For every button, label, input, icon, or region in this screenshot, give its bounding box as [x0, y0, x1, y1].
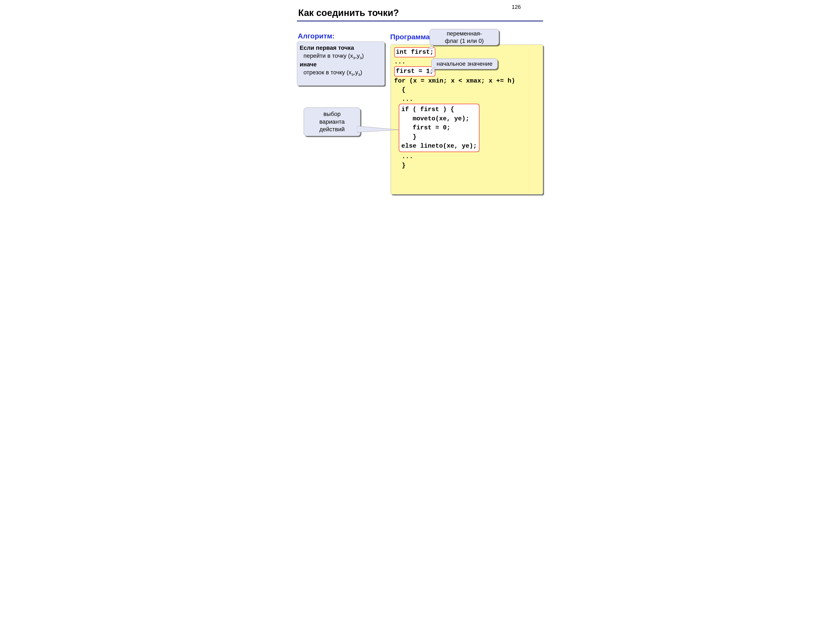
slide: 126 Как соединить точки? Алгоритм: Прогр… — [286, 0, 554, 202]
code-block-l5: else lineto(xe, ye); — [401, 142, 477, 151]
heading-algorithm: Алгоритм: — [298, 32, 335, 40]
code-block-l4: } — [401, 133, 477, 142]
code-line-5: { — [394, 85, 540, 95]
code-block-l1: if ( first ) { — [401, 105, 477, 114]
callout-action-choice: выбор варианта действий — [304, 107, 360, 136]
code-block-l3: first = 0; — [401, 123, 477, 133]
callout-choice-l2: варианта — [319, 118, 344, 126]
code-line-4: for (x = xmin; x < xmax; x += h) — [394, 76, 540, 86]
algo-line-1: Если первая точка — [300, 44, 382, 52]
code-block-l2: moveto(xe, ye); — [401, 114, 477, 123]
algo-line-4: отрезок в точку (xэ,yэ) — [300, 68, 382, 77]
title-underline — [297, 21, 543, 21]
callout-choice-l3: действий — [319, 126, 345, 133]
callout-flag-variable: переменная- флаг (1 или 0) — [429, 29, 499, 45]
callout-flag-l2: флаг (1 или 0) — [445, 37, 484, 44]
algo-line-3: иначе — [300, 60, 382, 68]
page-number: 126 — [512, 4, 521, 10]
code-line-6: ... — [394, 95, 540, 104]
code-line-7: ... — [394, 152, 540, 161]
callout-choice-l1: выбор — [324, 110, 341, 118]
code-line-8: } — [394, 161, 540, 170]
slide-title: Как соединить точки? — [298, 8, 399, 18]
algo-line-2: перейти в точку (xэ,yэ) — [300, 52, 382, 60]
callout-initial-value: начальное значение — [431, 58, 498, 69]
callout-flag-l1: переменная- — [447, 30, 482, 37]
code-line-1: int first; — [394, 47, 540, 57]
algorithm-box: Если первая точка перейти в точку (xэ,yэ… — [297, 41, 385, 86]
code-highlight-block: if ( first ) { moveto(xe, ye); first = 0… — [399, 104, 479, 152]
heading-program: Программа: — [390, 33, 432, 41]
